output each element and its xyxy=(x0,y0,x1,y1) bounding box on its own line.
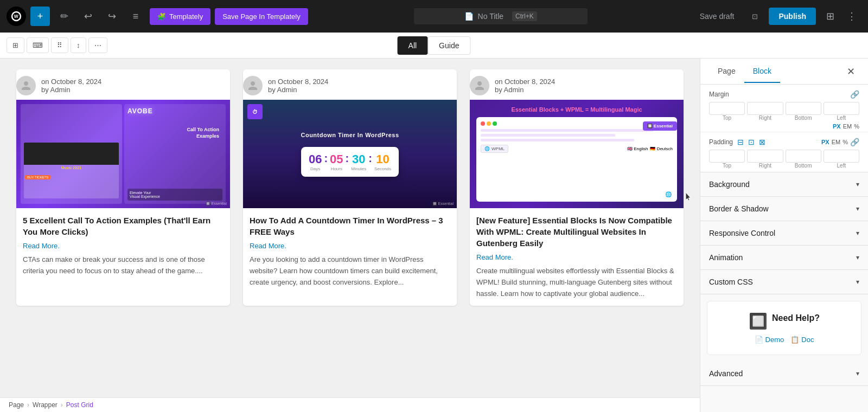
margin-top-input[interactable] xyxy=(709,102,745,115)
publish-button[interactable]: Publish xyxy=(769,8,816,25)
panel-close-button[interactable]: ✕ xyxy=(842,63,859,80)
options-icon-button[interactable]: ⋮ xyxy=(842,7,861,26)
post-meta-3: on October 8, 2024 by Admin xyxy=(470,69,684,100)
panel-header: Page Block ✕ xyxy=(700,59,868,85)
padding-top-input[interactable] xyxy=(709,150,745,163)
margin-bottom-input[interactable] xyxy=(786,102,821,115)
filter-guide-tab[interactable]: Guide xyxy=(427,36,470,55)
border-shadow-chevron-icon: ▾ xyxy=(856,205,859,213)
countdown-thumb-title: Countdown Timer In WordPress xyxy=(301,132,399,138)
top-toolbar: W + ✏ ↩ ↪ ≡ 🧩 Templately Save Page In Te… xyxy=(0,0,868,33)
templately-button[interactable]: 🧩 Templately xyxy=(150,8,210,25)
doc-link[interactable]: 📋 Doc xyxy=(790,336,814,344)
padding-bottom-input[interactable] xyxy=(786,150,821,163)
doc-label: Doc xyxy=(801,336,814,344)
post-meta-1: on October 8, 2024 by Admin xyxy=(16,69,230,100)
padding-link-icon[interactable]: 🔗 xyxy=(850,138,859,146)
breadcrumb-page[interactable]: Page xyxy=(9,401,24,409)
settings-icon-button[interactable]: ⊞ xyxy=(820,7,840,26)
margin-top-label: Top xyxy=(723,115,731,121)
advanced-accordion: Advanced ▾ xyxy=(700,362,868,386)
demo-link[interactable]: 📄 Demo xyxy=(755,336,784,344)
post-avatar-1 xyxy=(16,76,36,95)
breadcrumb-wrapper[interactable]: Wrapper xyxy=(33,401,58,409)
post-excerpt-1: CTAs can make or break your success and … xyxy=(23,254,224,277)
padding-unit-px[interactable]: PX xyxy=(821,138,829,146)
read-more-2[interactable]: Read More. xyxy=(250,242,450,250)
margin-label: Margin xyxy=(709,91,729,98)
post-author-3: by Admin xyxy=(495,86,555,94)
padding-unit-pct[interactable]: % xyxy=(843,138,848,146)
padding-left-input[interactable] xyxy=(824,150,859,163)
filter-all-tab[interactable]: All xyxy=(398,36,428,55)
need-help-icon: 🔲 xyxy=(749,312,768,330)
padding-unit-em[interactable]: EM xyxy=(832,138,841,146)
demo-icon: 📄 xyxy=(755,336,763,344)
read-more-3[interactable]: Read More. xyxy=(476,253,677,261)
keyboard-shortcut: Ctrl+K xyxy=(512,11,537,21)
animation-accordion-header[interactable]: Animation ▾ xyxy=(700,246,868,269)
unit-percent-button[interactable]: % xyxy=(854,123,859,130)
more-icon-button[interactable]: ⋯ xyxy=(88,37,107,53)
doc-icon: 📋 xyxy=(790,336,799,344)
block-tab[interactable]: Block xyxy=(744,60,780,83)
layout-icon-button[interactable]: ⊞ xyxy=(7,37,24,53)
custom-css-title: Custom CSS xyxy=(709,278,753,286)
padding-icon-2[interactable]: ⊡ xyxy=(748,138,755,146)
margin-bottom-label: Bottom xyxy=(795,115,812,121)
margin-left-input[interactable] xyxy=(824,102,859,115)
read-more-1[interactable]: Read More. xyxy=(23,242,224,250)
secondary-toolbar: ⊞ ⌨ ⠿ ↕ ⋯ All Guide xyxy=(0,33,868,59)
tools-button[interactable]: ≡ xyxy=(126,7,145,26)
post-card-3: on October 8, 2024 by Admin Essential Bl… xyxy=(470,69,684,306)
redo-button[interactable]: ↪ xyxy=(102,7,122,26)
post-thumbnail-2: Countdown Timer In WordPress 06 Days : 0… xyxy=(243,100,457,208)
post-content-3: [New Feature] Essential Blocks Is Now Co… xyxy=(470,208,684,306)
animation-chevron-icon: ▾ xyxy=(856,254,859,261)
filter-tabs: All Guide xyxy=(398,36,471,55)
margin-left-label: Left xyxy=(837,115,846,121)
padding-icon-1[interactable]: ⊟ xyxy=(737,138,744,146)
background-chevron-icon: ▾ xyxy=(856,181,859,188)
breadcrumb-sep-1: › xyxy=(27,401,29,409)
responsive-accordion-header[interactable]: Responsive Control ▾ xyxy=(700,221,868,245)
post-title-3: [New Feature] Essential Blocks Is Now Co… xyxy=(476,215,677,249)
post-thumbnail-1: Music 2021 BUY TICKETS AVOBE Call To Act… xyxy=(16,100,230,208)
wp-logo[interactable]: W xyxy=(7,7,26,26)
post-card-2: on October 8, 2024 by Admin Countdown Ti… xyxy=(243,69,457,306)
post-excerpt-3: Create multilingual websites effortlessl… xyxy=(476,266,677,299)
border-shadow-title: Border & Shadow xyxy=(709,204,769,213)
edit-icon-button[interactable]: ✏ xyxy=(54,7,74,26)
keyboard-icon-button[interactable]: ⌨ xyxy=(27,37,49,53)
post-title-area: 📄 No Title Ctrl+K xyxy=(414,8,588,24)
padding-left-label: Left xyxy=(837,163,846,169)
post-card-1: on October 8, 2024 by Admin Music 2021 B… xyxy=(16,69,230,306)
page-tab[interactable]: Page xyxy=(709,60,744,83)
breadcrumb-sep-2: › xyxy=(61,401,63,409)
undo-button[interactable]: ↩ xyxy=(78,7,98,26)
toolbar-right-icons: ⊞ ⋮ xyxy=(820,7,861,26)
advanced-accordion-header[interactable]: Advanced ▾ xyxy=(700,362,868,385)
border-shadow-accordion-header[interactable]: Border & Shadow ▾ xyxy=(700,197,868,221)
move-icon-button[interactable]: ↕ xyxy=(71,37,86,53)
save-draft-button[interactable]: Save draft xyxy=(693,8,741,25)
unit-em-button[interactable]: EM xyxy=(843,123,852,130)
custom-css-accordion-header[interactable]: Custom CSS ▾ xyxy=(700,270,868,294)
add-block-button[interactable]: + xyxy=(30,7,50,26)
background-accordion-header[interactable]: Background ▾ xyxy=(700,172,868,196)
padding-right-input[interactable] xyxy=(747,150,783,163)
need-help-title: Need Help? xyxy=(772,313,820,323)
drag-icon-button[interactable]: ⠿ xyxy=(51,37,68,53)
border-shadow-accordion: Border & Shadow ▾ xyxy=(700,197,868,221)
need-help-section: 🔲 Need Help? 📄 Demo 📋 Doc xyxy=(707,301,861,355)
preview-button[interactable]: ⊡ xyxy=(745,7,764,26)
padding-label: Padding xyxy=(709,138,733,146)
save-templately-button[interactable]: Save Page In Templately xyxy=(215,8,308,25)
padding-right-label: Right xyxy=(759,163,771,169)
title-icon: 📄 xyxy=(464,12,474,21)
padding-icon-3[interactable]: ⊠ xyxy=(759,138,765,146)
unit-px-button[interactable]: PX xyxy=(833,123,841,130)
post-content-1: 5 Excellent Call To Action Examples (Tha… xyxy=(16,208,230,284)
margin-link-icon[interactable]: 🔗 xyxy=(850,90,859,99)
margin-right-input[interactable] xyxy=(747,102,783,115)
